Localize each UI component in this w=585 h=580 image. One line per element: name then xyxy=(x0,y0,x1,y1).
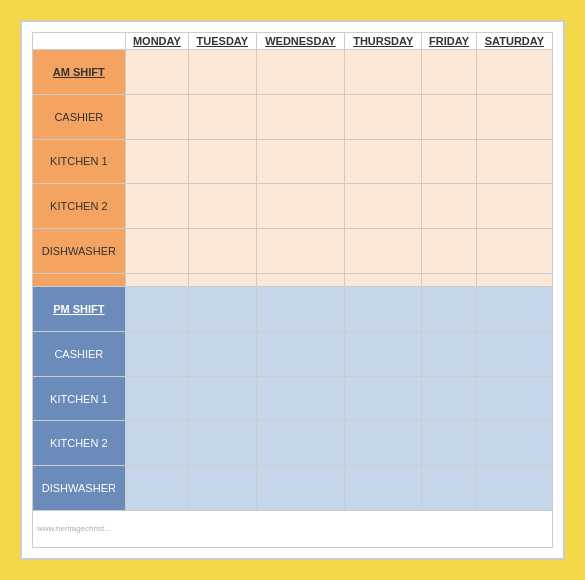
pm-kitchen1-mon[interactable] xyxy=(125,376,188,421)
am-kitchen1-label: KITCHEN 1 xyxy=(33,139,126,184)
am-shift-sat[interactable] xyxy=(476,50,552,95)
am-kitchen2-tue[interactable] xyxy=(189,184,257,229)
am-cashier-fri[interactable] xyxy=(422,94,477,139)
watermark-text: www.heritagechrist... xyxy=(33,510,553,547)
am-kitchen2-label: KITCHEN 2 xyxy=(33,184,126,229)
pm-shift-sat[interactable] xyxy=(476,287,552,332)
pm-kitchen1-label: KITCHEN 1 xyxy=(33,376,126,421)
pm-cashier-row: CASHIER xyxy=(33,331,553,376)
header-tuesday: TUESDAY xyxy=(189,33,257,50)
am-dishwasher-mon[interactable] xyxy=(125,229,188,274)
header-wednesday: WEDNESDAY xyxy=(256,33,345,50)
am-shift-thu[interactable] xyxy=(345,50,422,95)
am-dishwasher-sat[interactable] xyxy=(476,229,552,274)
am-kitchen2-mon[interactable] xyxy=(125,184,188,229)
am-kitchen2-fri[interactable] xyxy=(422,184,477,229)
pm-kitchen1-wed[interactable] xyxy=(256,376,345,421)
pm-cashier-fri[interactable] xyxy=(422,331,477,376)
pm-shift-wed[interactable] xyxy=(256,287,345,332)
pm-kitchen1-row: KITCHEN 1 xyxy=(33,376,553,421)
pm-cashier-sat[interactable] xyxy=(476,331,552,376)
am-kitchen2-row: KITCHEN 2 xyxy=(33,184,553,229)
pm-kitchen2-label: KITCHEN 2 xyxy=(33,421,126,466)
header-empty xyxy=(33,33,126,50)
pm-kitchen1-sat[interactable] xyxy=(476,376,552,421)
pm-kitchen1-tue[interactable] xyxy=(189,376,257,421)
am-empty-tue[interactable] xyxy=(189,273,257,286)
am-empty-thu[interactable] xyxy=(345,273,422,286)
pm-kitchen2-wed[interactable] xyxy=(256,421,345,466)
am-dishwasher-wed[interactable] xyxy=(256,229,345,274)
am-cashier-mon[interactable] xyxy=(125,94,188,139)
am-cashier-thu[interactable] xyxy=(345,94,422,139)
am-empty-row xyxy=(33,273,553,286)
header-saturday: SATURDAY xyxy=(476,33,552,50)
pm-dishwasher-wed[interactable] xyxy=(256,466,345,511)
am-empty-sat[interactable] xyxy=(476,273,552,286)
pm-dishwasher-fri[interactable] xyxy=(422,466,477,511)
am-shift-wed[interactable] xyxy=(256,50,345,95)
pm-cashier-thu[interactable] xyxy=(345,331,422,376)
pm-cashier-label: CASHIER xyxy=(33,331,126,376)
am-empty-mon[interactable] xyxy=(125,273,188,286)
am-shift-label: AM SHIFT xyxy=(33,50,126,95)
am-empty-fri[interactable] xyxy=(422,273,477,286)
am-kitchen1-wed[interactable] xyxy=(256,139,345,184)
schedule-table: MONDAY TUESDAY WEDNESDAY THURSDAY FRIDAY… xyxy=(32,32,553,548)
pm-kitchen2-tue[interactable] xyxy=(189,421,257,466)
pm-shift-row: PM SHIFT xyxy=(33,287,553,332)
pm-dishwasher-thu[interactable] xyxy=(345,466,422,511)
pm-dishwasher-row: DISHWASHER xyxy=(33,466,553,511)
am-kitchen1-mon[interactable] xyxy=(125,139,188,184)
am-empty-wed[interactable] xyxy=(256,273,345,286)
am-shift-row: AM SHIFT xyxy=(33,50,553,95)
am-kitchen1-row: KITCHEN 1 xyxy=(33,139,553,184)
header-row: MONDAY TUESDAY WEDNESDAY THURSDAY FRIDAY… xyxy=(33,33,553,50)
header-monday: MONDAY xyxy=(125,33,188,50)
am-kitchen2-wed[interactable] xyxy=(256,184,345,229)
am-kitchen1-fri[interactable] xyxy=(422,139,477,184)
pm-shift-thu[interactable] xyxy=(345,287,422,332)
pm-kitchen1-thu[interactable] xyxy=(345,376,422,421)
pm-dishwasher-label: DISHWASHER xyxy=(33,466,126,511)
am-dishwasher-fri[interactable] xyxy=(422,229,477,274)
pm-kitchen2-sat[interactable] xyxy=(476,421,552,466)
am-shift-mon[interactable] xyxy=(125,50,188,95)
am-cashier-tue[interactable] xyxy=(189,94,257,139)
pm-shift-tue[interactable] xyxy=(189,287,257,332)
am-cashier-wed[interactable] xyxy=(256,94,345,139)
am-cashier-sat[interactable] xyxy=(476,94,552,139)
pm-kitchen2-row: KITCHEN 2 xyxy=(33,421,553,466)
pm-cashier-tue[interactable] xyxy=(189,331,257,376)
am-shift-fri[interactable] xyxy=(422,50,477,95)
watermark-row: www.heritagechrist... xyxy=(33,510,553,547)
am-kitchen2-sat[interactable] xyxy=(476,184,552,229)
pm-shift-mon[interactable] xyxy=(125,287,188,332)
pm-kitchen2-thu[interactable] xyxy=(345,421,422,466)
pm-shift-fri[interactable] xyxy=(422,287,477,332)
am-cashier-row: CASHIER xyxy=(33,94,553,139)
header-thursday: THURSDAY xyxy=(345,33,422,50)
am-empty-label xyxy=(33,273,126,286)
pm-kitchen2-mon[interactable] xyxy=(125,421,188,466)
schedule-container: MONDAY TUESDAY WEDNESDAY THURSDAY FRIDAY… xyxy=(20,20,565,560)
am-kitchen2-thu[interactable] xyxy=(345,184,422,229)
header-friday: FRIDAY xyxy=(422,33,477,50)
am-dishwasher-thu[interactable] xyxy=(345,229,422,274)
am-kitchen1-thu[interactable] xyxy=(345,139,422,184)
pm-dishwasher-mon[interactable] xyxy=(125,466,188,511)
pm-dishwasher-tue[interactable] xyxy=(189,466,257,511)
am-cashier-label: CASHIER xyxy=(33,94,126,139)
am-shift-tue[interactable] xyxy=(189,50,257,95)
am-dishwasher-label: DISHWASHER xyxy=(33,229,126,274)
pm-dishwasher-sat[interactable] xyxy=(476,466,552,511)
am-kitchen1-tue[interactable] xyxy=(189,139,257,184)
pm-cashier-mon[interactable] xyxy=(125,331,188,376)
pm-kitchen1-fri[interactable] xyxy=(422,376,477,421)
pm-shift-label: PM SHIFT xyxy=(33,287,126,332)
pm-kitchen2-fri[interactable] xyxy=(422,421,477,466)
am-kitchen1-sat[interactable] xyxy=(476,139,552,184)
am-dishwasher-row: DISHWASHER xyxy=(33,229,553,274)
pm-cashier-wed[interactable] xyxy=(256,331,345,376)
am-dishwasher-tue[interactable] xyxy=(189,229,257,274)
